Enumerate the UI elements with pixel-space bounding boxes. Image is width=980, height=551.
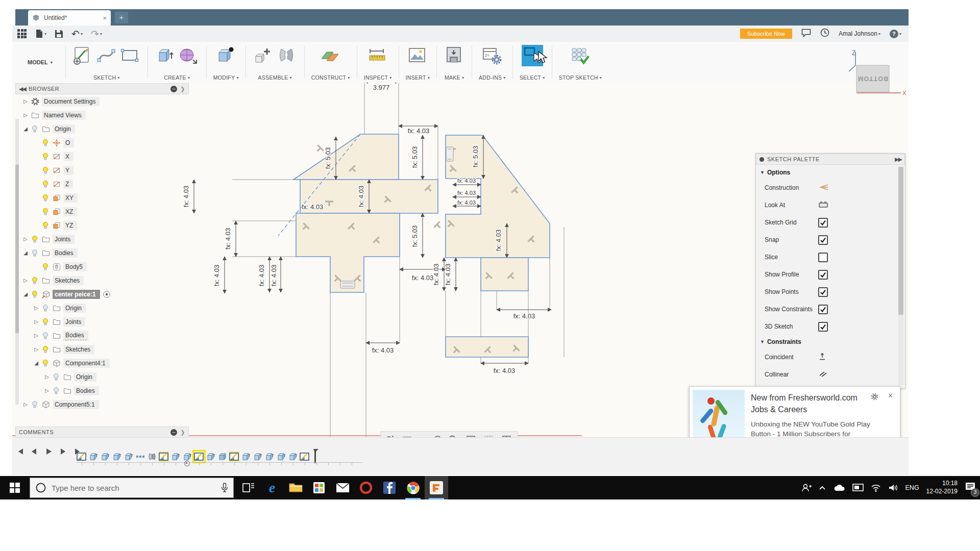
rect2-icon[interactable] [119,45,141,66]
view-cube[interactable]: Z BOTTOM X [845,46,909,99]
tree-item-bodies[interactable]: ◢Bodies [15,246,189,260]
ad-settings-gear-icon[interactable] [871,393,878,402]
dimension-label[interactable]: fx: 4.03 [412,274,434,282]
dimension-label[interactable]: fx: 4.03 [270,265,278,287]
onedrive-icon[interactable] [833,484,845,492]
dimension-label[interactable]: fx: 4.03 [444,264,452,286]
redo-button[interactable]: ↷▾ [91,28,102,40]
ribbon-menu-make[interactable]: MAKE▾ [445,74,464,81]
lookat-icon[interactable] [818,201,828,210]
visibility-bulb-icon[interactable] [31,125,39,133]
checkbox[interactable] [818,270,828,280]
ribbon-menu-select[interactable]: SELECT▾ [520,74,545,81]
expand-closed-icon[interactable]: ▷ [44,388,50,393]
palette-row-look-at[interactable]: Look At [756,196,898,214]
ribbon-menu-add-ins[interactable]: ADD-INS▾ [479,74,506,81]
extrude-icon[interactable] [155,45,176,66]
palette-scrollbar[interactable] [898,167,903,385]
expand-closed-icon[interactable]: ▷ [22,112,29,118]
display-icon[interactable] [852,484,864,492]
dimension-label[interactable]: fx: 4.03 [432,264,440,286]
dimension-label[interactable]: fx: 4.03 [372,346,394,354]
ribbon-menu-modify[interactable]: MODIFY▾ [213,74,239,81]
dimension-label[interactable]: fx: 4.03 [495,230,502,252]
hidden-icons-chevron[interactable] [819,485,826,490]
collinear-icon[interactable] [818,370,827,380]
taskbar-app-task-view[interactable] [237,476,260,499]
coincident-icon[interactable] [818,352,826,363]
expand-closed-icon[interactable]: ▷ [22,98,29,104]
palette-row-sketch-grid[interactable]: Sketch Grid [756,214,898,231]
tree-item-sketches[interactable]: ▷Sketches [15,273,189,287]
checkbox[interactable] [818,287,828,297]
sketch-profile[interactable] [293,134,399,180]
tree-item-z[interactable]: Z [15,177,189,191]
tree-item-joints[interactable]: ▷Joints [15,232,189,246]
tree-item-o[interactable]: O [15,136,189,149]
dimension-label[interactable]: fx: 4.03 [213,265,220,287]
dimension-label[interactable]: fx: 5.03 [411,146,419,168]
tree-item-joints[interactable]: ▷Joints [15,315,189,329]
palette-row-collinear[interactable]: Collinear [756,366,898,383]
taskbar-app-edge[interactable]: e [260,476,284,499]
dimension-label[interactable]: fx: 4.03 [357,186,365,208]
dimension-label[interactable]: fx: 5.03 [324,147,332,169]
workspace-selector[interactable]: MODEL▾ [12,42,64,83]
timeline-feature-extrude-14[interactable] [241,452,251,462]
ribbon-menu-sketch[interactable]: SKETCH▾ [93,74,120,81]
timeline-feature-extrude-18[interactable] [288,452,298,462]
tree-item-y[interactable]: Y [15,163,189,177]
dimension-label[interactable]: fx: 4.03 [513,312,535,320]
visibility-bulb-icon[interactable] [31,249,39,257]
expand-closed-icon[interactable]: ▷ [33,333,39,338]
select-icon[interactable] [522,45,543,66]
visibility-bulb-icon[interactable] [42,139,50,147]
cplane-icon[interactable] [320,45,341,66]
visibility-bulb-icon[interactable] [31,290,39,298]
visibility-bulb-icon[interactable] [42,221,50,230]
visibility-bulb-icon[interactable] [42,153,50,161]
file-menu-button[interactable]: ▾ [35,29,46,38]
tree-item-origin[interactable]: ◢Origin [15,122,189,136]
ribbon-menu-insert[interactable]: INSERT▾ [406,74,430,81]
timeline-ruler[interactable] [77,462,362,468]
document-tab[interactable]: Untitled* × [28,10,111,26]
comments-bubble-icon[interactable] [801,29,811,39]
taskbar-search-input[interactable]: Type here to search [30,478,234,498]
timeline-feature-extrude-8[interactable] [170,452,181,462]
expand-closed-icon[interactable]: ▷ [33,346,39,352]
visibility-bulb-icon[interactable] [42,208,50,216]
tree-item-center-peice-1[interactable]: ◢center peice:1 [15,287,189,301]
comments-mode-icon[interactable]: – [170,429,177,436]
visibility-bulb-icon[interactable] [31,400,39,409]
measure-icon[interactable] [367,45,388,66]
make3d-icon[interactable] [444,45,465,66]
dimension-label[interactable]: fx: 4.03 [302,203,324,211]
timeline-feature-sketch-0[interactable] [77,452,87,462]
close-tab-icon[interactable]: × [103,14,107,22]
start-button[interactable] [0,476,30,499]
joint-icon[interactable] [276,45,298,66]
stopsketch-icon[interactable] [570,45,591,66]
spline-icon[interactable] [96,45,117,66]
section-collapse-icon[interactable]: ▼ [760,170,765,175]
ribbon-menu-assemble[interactable]: ASSEMBLE▾ [258,74,292,81]
timeline-feature-extrude-16[interactable] [264,452,275,462]
sketch-profile[interactable] [296,213,400,292]
palette-header[interactable]: SKETCH PALETTE ▶▶ [756,154,905,165]
tree-item-origin[interactable]: ▷Origin [15,301,189,315]
dimension-label[interactable]: fx: 4.03 [258,265,265,287]
addins-icon[interactable]: 2= [481,45,503,66]
timeline-feature-extrude-11[interactable] [206,452,216,462]
timeline-go-to-start-button[interactable] [15,447,25,458]
timeline-feature-sketch-10[interactable] [194,452,204,462]
tree-item-document-settings[interactable]: ▷Document Settings [15,94,189,108]
form-icon[interactable] [178,45,200,66]
timeline-feature-sketch-13[interactable] [229,452,239,462]
visibility-bulb-icon[interactable] [42,332,50,340]
presspull-icon[interactable] [215,45,237,66]
taskbar-app-file-explorer[interactable] [284,476,307,499]
sketchcreate-icon[interactable] [72,45,94,66]
volume-icon[interactable] [888,484,898,492]
checkbox[interactable] [818,253,828,262]
